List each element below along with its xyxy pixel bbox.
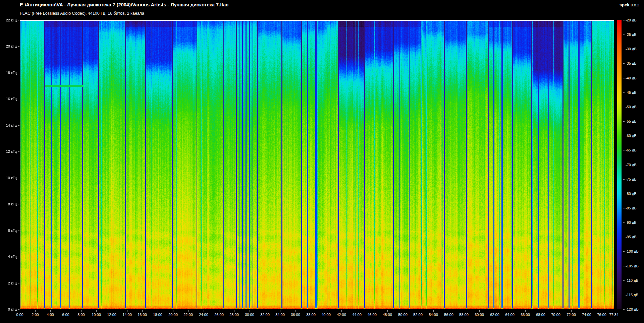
time-tick-mark xyxy=(112,310,112,312)
time-tick-mark xyxy=(525,310,526,312)
spek-window: E:\Антициклон\VA - Лучшая дискотека 7 (2… xyxy=(0,0,644,323)
time-tick-mark xyxy=(357,310,357,312)
freq-tick-label: 12 кГц xyxy=(0,149,17,153)
db-tick-mark xyxy=(623,165,625,165)
freq-tick-mark xyxy=(18,151,19,152)
time-tick-mark xyxy=(479,310,480,312)
time-tick-mark xyxy=(602,310,602,312)
freq-tick-mark xyxy=(18,99,19,99)
db-tick-label: -110 дБ xyxy=(626,278,638,282)
time-tick-mark xyxy=(296,310,296,312)
colorbar xyxy=(617,20,622,309)
time-tick-mark xyxy=(541,310,541,312)
spectrogram-canvas xyxy=(20,20,614,309)
db-tick-mark xyxy=(623,49,625,49)
db-tick-mark xyxy=(623,63,625,64)
time-tick-mark xyxy=(341,310,342,312)
time-tick-mark xyxy=(571,310,572,312)
db-tick-mark xyxy=(623,20,625,20)
time-tick-mark xyxy=(372,310,372,312)
db-tick-mark xyxy=(623,121,625,122)
time-tick-mark xyxy=(96,310,97,312)
db-tick-mark xyxy=(623,208,625,208)
freq-tick-mark xyxy=(18,20,19,20)
db-tick-mark xyxy=(623,136,625,136)
app-version: 0.8.2 xyxy=(631,3,639,7)
time-tick-mark xyxy=(173,310,173,312)
time-tick-mark xyxy=(449,310,449,312)
db-tick-label: -70 дБ xyxy=(626,163,637,167)
freq-tick-label: 20 кГц xyxy=(0,44,17,48)
db-tick-label: -30 дБ xyxy=(626,47,637,51)
freq-tick-label: 6 кГц xyxy=(0,229,17,233)
app-name: spek xyxy=(620,2,630,7)
db-tick-mark xyxy=(623,179,625,180)
freq-tick-mark xyxy=(18,231,19,231)
time-tick-mark xyxy=(50,310,51,312)
db-tick-label: -50 дБ xyxy=(626,105,637,109)
db-tick-label: -95 дБ xyxy=(626,235,637,239)
db-tick-label: -35 дБ xyxy=(626,61,637,65)
time-tick-mark xyxy=(250,310,250,312)
time-tick-mark xyxy=(418,310,418,312)
freq-tick-mark xyxy=(18,204,19,204)
time-tick-mark xyxy=(495,310,495,312)
time-tick-mark xyxy=(280,310,280,312)
freq-tick-mark xyxy=(18,257,19,257)
freq-tick-mark xyxy=(18,178,19,178)
db-tick-mark xyxy=(623,309,625,310)
time-tick-mark xyxy=(403,310,403,312)
freq-tick-mark xyxy=(18,283,19,283)
time-tick-mark xyxy=(188,310,189,312)
time-tick-mark xyxy=(127,310,127,312)
freq-tick-label: 8 кГц xyxy=(0,202,17,206)
db-tick-mark xyxy=(623,280,625,281)
db-tick-label: -85 дБ xyxy=(626,206,637,210)
db-tick-label: -45 дБ xyxy=(626,90,637,94)
db-tick-label: -90 дБ xyxy=(626,220,637,224)
freq-tick-mark xyxy=(18,125,19,126)
freq-tick-mark xyxy=(18,73,19,73)
db-tick-mark xyxy=(623,107,625,107)
db-tick-mark xyxy=(623,78,625,78)
time-tick-mark xyxy=(158,310,158,312)
time-tick-label: 77:34 xyxy=(604,313,623,317)
freq-tick-label: 18 кГц xyxy=(0,71,17,75)
time-tick-mark xyxy=(35,310,36,312)
db-tick-label: -100 дБ xyxy=(626,249,639,253)
db-tick-mark xyxy=(623,222,625,223)
db-tick-mark xyxy=(623,295,625,295)
time-tick-mark xyxy=(433,310,434,312)
time-tick-mark xyxy=(234,310,234,312)
db-tick-label: -115 дБ xyxy=(626,293,638,297)
time-tick-mark xyxy=(387,310,388,312)
time-tick-mark xyxy=(464,310,464,312)
time-tick-mark xyxy=(265,310,265,312)
db-tick-mark xyxy=(623,35,625,35)
time-tick-mark xyxy=(66,310,66,312)
time-tick-mark xyxy=(204,310,204,312)
db-tick-mark xyxy=(623,237,625,237)
db-tick-label: -55 дБ xyxy=(626,119,637,123)
db-tick-label: -60 дБ xyxy=(626,134,637,138)
time-tick-mark xyxy=(20,310,20,312)
freq-tick-label: 14 кГц xyxy=(0,123,17,127)
db-tick-label: -80 дБ xyxy=(626,192,637,196)
freq-tick-mark xyxy=(18,46,19,47)
time-tick-mark xyxy=(587,310,587,312)
time-tick-mark xyxy=(142,310,143,312)
time-tick-mark xyxy=(219,310,219,312)
db-tick-label: -20 дБ xyxy=(626,18,637,22)
db-tick-label: -75 дБ xyxy=(626,177,637,181)
db-tick-label: -25 дБ xyxy=(626,33,637,37)
freq-tick-label: 2 кГц xyxy=(0,281,17,285)
time-tick-mark xyxy=(556,310,556,312)
db-tick-mark xyxy=(623,194,625,194)
db-tick-mark xyxy=(623,266,625,266)
db-tick-mark xyxy=(623,92,625,93)
db-tick-label: -105 дБ xyxy=(626,264,639,268)
db-tick-label: -65 дБ xyxy=(626,148,637,152)
freq-tick-label: 0 кГц xyxy=(0,307,17,311)
file-path-title: E:\Антициклон\VA - Лучшая дискотека 7 (2… xyxy=(20,2,228,7)
time-tick-mark xyxy=(81,310,82,312)
